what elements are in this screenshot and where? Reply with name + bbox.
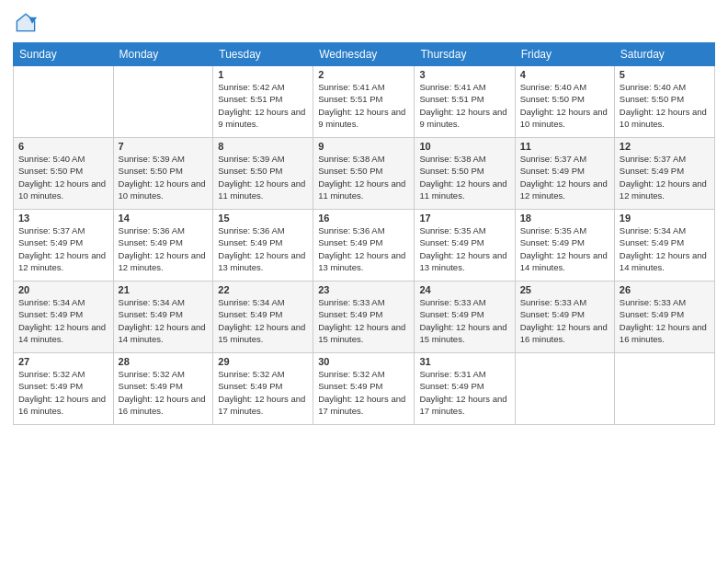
day-info: Sunrise: 5:35 AMSunset: 5:49 PMDaylight:… (419, 224, 509, 273)
day-number: 5 (620, 69, 710, 80)
calendar-cell (14, 66, 114, 138)
calendar-cell: 4Sunrise: 5:40 AMSunset: 5:50 PMDaylight… (515, 66, 614, 138)
calendar-cell: 14Sunrise: 5:36 AMSunset: 5:49 PMDayligh… (113, 210, 213, 282)
day-number: 14 (119, 213, 209, 224)
day-number: 3 (419, 69, 509, 80)
day-number: 30 (318, 356, 409, 367)
day-info: Sunrise: 5:38 AMSunset: 5:50 PMDaylight:… (419, 153, 509, 201)
page: SundayMondayTuesdayWednesdayThursdayFrid… (0, 0, 728, 563)
day-info: Sunrise: 5:33 AMSunset: 5:49 PMDaylight:… (419, 296, 509, 345)
calendar-cell: 8Sunrise: 5:39 AMSunset: 5:50 PMDaylight… (213, 138, 313, 210)
calendar-cell (614, 353, 714, 425)
day-number: 12 (620, 141, 710, 152)
week-row-3: 20Sunrise: 5:34 AMSunset: 5:49 PMDayligh… (14, 282, 715, 353)
day-number: 15 (218, 213, 308, 224)
col-header-thursday: Thursday (415, 43, 515, 66)
calendar-cell: 17Sunrise: 5:35 AMSunset: 5:49 PMDayligh… (415, 210, 515, 282)
col-header-sunday: Sunday (14, 43, 114, 66)
logo (13, 9, 42, 35)
day-number: 16 (318, 213, 409, 224)
day-number: 7 (119, 141, 209, 152)
calendar-cell: 10Sunrise: 5:38 AMSunset: 5:50 PMDayligh… (415, 138, 515, 210)
day-info: Sunrise: 5:34 AMSunset: 5:49 PMDaylight:… (218, 296, 308, 345)
calendar-cell: 11Sunrise: 5:37 AMSunset: 5:49 PMDayligh… (515, 138, 614, 210)
calendar-cell: 2Sunrise: 5:41 AMSunset: 5:51 PMDaylight… (313, 66, 415, 138)
calendar-cell: 19Sunrise: 5:34 AMSunset: 5:49 PMDayligh… (614, 210, 714, 282)
calendar-cell: 24Sunrise: 5:33 AMSunset: 5:49 PMDayligh… (415, 282, 515, 353)
day-number: 31 (419, 356, 509, 367)
day-number: 20 (18, 284, 108, 295)
day-number: 1 (218, 69, 308, 80)
day-info: Sunrise: 5:36 AMSunset: 5:49 PMDaylight:… (218, 224, 308, 273)
day-info: Sunrise: 5:32 AMSunset: 5:49 PMDaylight:… (318, 368, 409, 417)
day-info: Sunrise: 5:40 AMSunset: 5:50 PMDaylight:… (620, 81, 710, 130)
calendar-cell: 27Sunrise: 5:32 AMSunset: 5:49 PMDayligh… (14, 353, 114, 425)
day-number: 6 (18, 141, 108, 152)
day-number: 17 (419, 213, 509, 224)
day-number: 13 (18, 213, 108, 224)
day-info: Sunrise: 5:37 AMSunset: 5:49 PMDaylight:… (620, 153, 710, 201)
calendar-cell: 6Sunrise: 5:40 AMSunset: 5:50 PMDaylight… (14, 138, 114, 210)
calendar-cell: 22Sunrise: 5:34 AMSunset: 5:49 PMDayligh… (213, 282, 313, 353)
day-number: 24 (419, 284, 509, 295)
calendar-cell: 30Sunrise: 5:32 AMSunset: 5:49 PMDayligh… (313, 353, 415, 425)
calendar-cell: 21Sunrise: 5:34 AMSunset: 5:49 PMDayligh… (113, 282, 213, 353)
calendar-cell: 25Sunrise: 5:33 AMSunset: 5:49 PMDayligh… (515, 282, 614, 353)
day-info: Sunrise: 5:40 AMSunset: 5:50 PMDaylight:… (18, 153, 108, 201)
header-row: SundayMondayTuesdayWednesdayThursdayFrid… (14, 43, 715, 66)
week-row-0: 1Sunrise: 5:42 AMSunset: 5:51 PMDaylight… (14, 66, 715, 138)
col-header-tuesday: Tuesday (213, 43, 313, 66)
header (13, 9, 715, 35)
day-number: 26 (620, 284, 710, 295)
calendar-cell: 3Sunrise: 5:41 AMSunset: 5:51 PMDaylight… (415, 66, 515, 138)
col-header-friday: Friday (515, 43, 614, 66)
day-info: Sunrise: 5:40 AMSunset: 5:50 PMDaylight:… (520, 81, 609, 130)
calendar-cell (515, 353, 614, 425)
calendar-cell (113, 66, 213, 138)
day-info: Sunrise: 5:41 AMSunset: 5:51 PMDaylight:… (318, 81, 409, 130)
col-header-saturday: Saturday (614, 43, 714, 66)
day-info: Sunrise: 5:32 AMSunset: 5:49 PMDaylight:… (18, 368, 108, 417)
day-info: Sunrise: 5:33 AMSunset: 5:49 PMDaylight:… (620, 296, 710, 345)
calendar-cell: 18Sunrise: 5:35 AMSunset: 5:49 PMDayligh… (515, 210, 614, 282)
day-info: Sunrise: 5:34 AMSunset: 5:49 PMDaylight:… (18, 296, 108, 345)
col-header-monday: Monday (113, 43, 213, 66)
calendar-cell: 16Sunrise: 5:36 AMSunset: 5:49 PMDayligh… (313, 210, 415, 282)
day-info: Sunrise: 5:35 AMSunset: 5:49 PMDaylight:… (520, 224, 609, 273)
day-info: Sunrise: 5:32 AMSunset: 5:49 PMDaylight:… (119, 368, 209, 417)
logo-icon (13, 9, 39, 35)
calendar-cell: 1Sunrise: 5:42 AMSunset: 5:51 PMDaylight… (213, 66, 313, 138)
day-info: Sunrise: 5:32 AMSunset: 5:49 PMDaylight:… (218, 368, 308, 417)
day-number: 19 (620, 213, 710, 224)
col-header-wednesday: Wednesday (313, 43, 415, 66)
day-info: Sunrise: 5:42 AMSunset: 5:51 PMDaylight:… (218, 81, 308, 130)
day-info: Sunrise: 5:33 AMSunset: 5:49 PMDaylight:… (318, 296, 409, 345)
day-number: 11 (520, 141, 609, 152)
calendar-cell: 23Sunrise: 5:33 AMSunset: 5:49 PMDayligh… (313, 282, 415, 353)
day-info: Sunrise: 5:37 AMSunset: 5:49 PMDaylight:… (18, 224, 108, 273)
calendar-cell: 31Sunrise: 5:31 AMSunset: 5:49 PMDayligh… (415, 353, 515, 425)
week-row-4: 27Sunrise: 5:32 AMSunset: 5:49 PMDayligh… (14, 353, 715, 425)
day-info: Sunrise: 5:33 AMSunset: 5:49 PMDaylight:… (520, 296, 609, 345)
day-number: 22 (218, 284, 308, 295)
day-number: 21 (119, 284, 209, 295)
calendar-cell: 26Sunrise: 5:33 AMSunset: 5:49 PMDayligh… (614, 282, 714, 353)
calendar-cell: 12Sunrise: 5:37 AMSunset: 5:49 PMDayligh… (614, 138, 714, 210)
day-info: Sunrise: 5:39 AMSunset: 5:50 PMDaylight:… (218, 153, 308, 201)
day-number: 8 (218, 141, 308, 152)
calendar-cell: 13Sunrise: 5:37 AMSunset: 5:49 PMDayligh… (14, 210, 114, 282)
calendar-cell: 20Sunrise: 5:34 AMSunset: 5:49 PMDayligh… (14, 282, 114, 353)
day-number: 27 (18, 356, 108, 367)
day-info: Sunrise: 5:37 AMSunset: 5:49 PMDaylight:… (520, 153, 609, 201)
day-info: Sunrise: 5:38 AMSunset: 5:50 PMDaylight:… (318, 153, 409, 201)
calendar-table: SundayMondayTuesdayWednesdayThursdayFrid… (13, 42, 715, 425)
day-number: 10 (419, 141, 509, 152)
calendar-cell: 29Sunrise: 5:32 AMSunset: 5:49 PMDayligh… (213, 353, 313, 425)
calendar-cell: 5Sunrise: 5:40 AMSunset: 5:50 PMDaylight… (614, 66, 714, 138)
day-info: Sunrise: 5:36 AMSunset: 5:49 PMDaylight:… (318, 224, 409, 273)
calendar-cell: 28Sunrise: 5:32 AMSunset: 5:49 PMDayligh… (113, 353, 213, 425)
day-number: 28 (119, 356, 209, 367)
day-number: 9 (318, 141, 409, 152)
day-info: Sunrise: 5:31 AMSunset: 5:49 PMDaylight:… (419, 368, 509, 417)
calendar-cell: 7Sunrise: 5:39 AMSunset: 5:50 PMDaylight… (113, 138, 213, 210)
